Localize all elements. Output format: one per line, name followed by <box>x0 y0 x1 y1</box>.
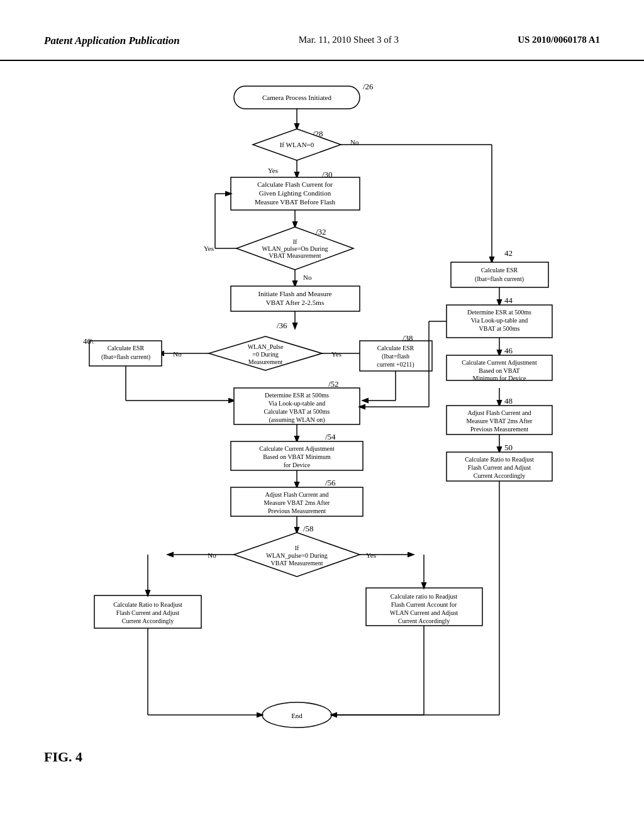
svg-text:40\: 40\ <box>83 336 94 346</box>
header-patent-number: US 2010/0060178 A1 <box>518 35 600 45</box>
svg-text:/36: /36 <box>277 321 287 330</box>
svg-text:Given Lighting Condition: Given Lighting Condition <box>259 189 331 197</box>
page: Patent Application Publication Mar. 11, … <box>0 0 644 830</box>
svg-text:/56: /56 <box>325 478 336 487</box>
svg-text:Via Look-up-table and: Via Look-up-table and <box>471 317 528 324</box>
svg-text:Calculate ratio to Readjust: Calculate ratio to Readjust <box>391 593 458 600</box>
svg-rect-53 <box>451 262 548 287</box>
svg-text:Flash Current and Adjust: Flash Current and Adjust <box>116 609 179 616</box>
svg-text:Camera Process Initiated: Camera Process Initiated <box>262 94 331 101</box>
svg-text:VBAT Measurement: VBAT Measurement <box>269 252 321 259</box>
svg-text:Determine ESR at 500ms: Determine ESR at 500ms <box>467 309 531 316</box>
svg-text:Via Look-up-table and: Via Look-up-table and <box>269 400 325 407</box>
svg-text:Calculate Current Adjustment: Calculate Current Adjustment <box>462 359 537 366</box>
svg-text:42: 42 <box>504 248 513 258</box>
svg-text:Current Accordingly: Current Accordingly <box>474 472 525 479</box>
svg-text:Yes: Yes <box>268 167 278 174</box>
svg-text:WLAN_Pulse: WLAN_Pulse <box>248 343 284 350</box>
svg-text:WLAN Current and Adjust: WLAN Current and Adjust <box>390 609 458 616</box>
flowchart-svg: Camera Process Initiated /26 /28 If WLAN… <box>52 80 592 759</box>
svg-text:Adjust Flash Current and: Adjust Flash Current and <box>265 491 329 498</box>
svg-text:Flash Current Account for: Flash Current Account for <box>391 601 457 608</box>
svg-text:Calculate Ratio to Readjust: Calculate Ratio to Readjust <box>465 456 534 463</box>
svg-text:50: 50 <box>504 443 513 452</box>
svg-text:Yes: Yes <box>331 350 341 358</box>
svg-text:Previous Measurement: Previous Measurement <box>470 426 528 433</box>
svg-text:Determine ESR at 500ms: Determine ESR at 500ms <box>265 392 329 399</box>
svg-text:Based on VBAT Minimum: Based on VBAT Minimum <box>263 453 331 460</box>
svg-text:Calculate ESR: Calculate ESR <box>481 267 518 274</box>
svg-text:Calculate VBAT at 500ms: Calculate VBAT at 500ms <box>264 408 330 415</box>
svg-text:Calculate Current Adjustment: Calculate Current Adjustment <box>259 445 335 452</box>
svg-text:No: No <box>173 350 182 358</box>
svg-text:(Ibat=flash current): (Ibat=flash current) <box>101 353 150 361</box>
svg-text:Minimum for Device: Minimum for Device <box>473 375 527 382</box>
svg-text:/26: /26 <box>363 82 374 91</box>
svg-text:Measure VBAT Before Flash: Measure VBAT Before Flash <box>255 198 336 206</box>
svg-text:VBAT at 500ms: VBAT at 500ms <box>479 325 520 332</box>
svg-text:If WLAN=0: If WLAN=0 <box>280 141 314 148</box>
svg-text:Calculate Ratio to Readjust: Calculate Ratio to Readjust <box>113 601 182 608</box>
svg-text:If: If <box>295 545 299 551</box>
svg-text:/58: /58 <box>303 524 314 533</box>
header-date-sheet: Mar. 11, 2010 Sheet 3 of 3 <box>299 35 399 45</box>
svg-text:Yes: Yes <box>366 551 376 559</box>
svg-text:(Ibat=flash: (Ibat=flash <box>382 353 409 360</box>
svg-text:Current Accordingly: Current Accordingly <box>398 617 450 624</box>
diagram-area: Camera Process Initiated /26 /28 If WLAN… <box>0 61 644 778</box>
svg-text:(Ibat=flash current): (Ibat=flash current) <box>475 275 524 283</box>
svg-text:/54: /54 <box>325 432 336 441</box>
svg-text:If: If <box>293 238 297 245</box>
svg-text:(assuming WLAN on): (assuming WLAN on) <box>269 416 325 424</box>
fig-label: FIG. 4 <box>44 749 82 765</box>
svg-text:End: End <box>291 712 303 719</box>
svg-text:WLAN_pulse=On During: WLAN_pulse=On During <box>262 245 328 252</box>
svg-text:Based on VBAT: Based on VBAT <box>479 367 519 374</box>
svg-text:VBAT Measurement: VBAT Measurement <box>271 560 323 567</box>
svg-text:48: 48 <box>504 396 513 406</box>
svg-text:for Device: for Device <box>284 462 311 468</box>
svg-text:Current Accordingly: Current Accordingly <box>122 617 174 624</box>
svg-text:VBAT After 2-2.5ms: VBAT After 2-2.5ms <box>266 299 324 306</box>
svg-text:current +0211): current +0211) <box>377 361 414 368</box>
svg-text:Previous Measurement: Previous Measurement <box>268 507 326 514</box>
svg-text:Flash Current and Adjust: Flash Current and Adjust <box>468 464 531 471</box>
svg-text:Calculate ESR: Calculate ESR <box>108 345 145 351</box>
header-title: Patent Application Publication <box>44 35 180 47</box>
svg-text:No: No <box>303 274 312 281</box>
svg-text:Calculate Flash Current for: Calculate Flash Current for <box>257 180 333 188</box>
svg-text:=0 During: =0 During <box>252 351 278 358</box>
svg-text:Adjust Flash Current and: Adjust Flash Current and <box>468 409 531 416</box>
svg-text:Measure VBAT 2ms After: Measure VBAT 2ms After <box>467 418 533 424</box>
page-header: Patent Application Publication Mar. 11, … <box>0 0 644 61</box>
svg-text:No: No <box>208 551 216 559</box>
svg-text:46: 46 <box>504 346 513 355</box>
svg-text:Measurement: Measurement <box>248 358 283 365</box>
svg-text:Yes: Yes <box>204 245 214 252</box>
svg-text:44: 44 <box>504 296 513 305</box>
svg-text:Calculate ESR: Calculate ESR <box>377 345 414 351</box>
svg-text:WLAN_pulse=0 During: WLAN_pulse=0 During <box>266 552 328 559</box>
svg-text:Initiate Flash and Measure: Initiate Flash and Measure <box>258 290 332 297</box>
svg-text:/52: /52 <box>328 379 339 389</box>
svg-text:Measure VBAT 2ms After: Measure VBAT 2ms After <box>264 499 331 506</box>
